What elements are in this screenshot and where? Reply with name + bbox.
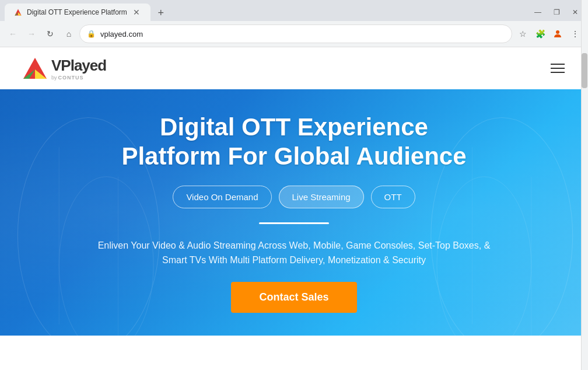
contact-sales-button[interactable]: Contact Sales bbox=[231, 282, 356, 313]
minimize-button[interactable]: — bbox=[530, 4, 546, 20]
hamburger-line-3 bbox=[551, 72, 565, 73]
back-button[interactable]: ← bbox=[5, 26, 21, 42]
url-text: vplayed.com bbox=[100, 30, 505, 39]
forward-button[interactable]: → bbox=[23, 26, 40, 42]
tab-ott[interactable]: OTT bbox=[371, 186, 415, 208]
logo-icon bbox=[23, 58, 47, 79]
tab-favicon bbox=[14, 8, 22, 16]
new-tab-button[interactable]: + bbox=[153, 5, 169, 21]
hamburger-menu-button[interactable] bbox=[551, 64, 565, 73]
toolbar: ← → ↻ ⌂ 🔒 vplayed.com ☆ 🧩 bbox=[0, 21, 588, 47]
chrome-menu-icon: ⋮ bbox=[571, 29, 579, 39]
forward-icon: → bbox=[27, 29, 36, 39]
bookmark-button[interactable]: ☆ bbox=[514, 26, 531, 42]
profile-icon bbox=[552, 29, 563, 39]
hero-section: Digital OTT Experience Platform For Glob… bbox=[0, 89, 588, 336]
page-content: VPlayed by CONTUS bbox=[0, 47, 588, 336]
hero-description: Enliven Your Video & Audio Streaming Acr… bbox=[96, 238, 492, 268]
scrollbar[interactable] bbox=[581, 0, 588, 370]
profile-button[interactable] bbox=[550, 26, 566, 42]
tab-live-streaming[interactable]: Live Streaming bbox=[279, 186, 364, 208]
tab-area: Digital OTT Experience Platform ✕ + bbox=[5, 4, 530, 21]
bookmark-icon: ☆ bbox=[519, 29, 527, 39]
logo-area: VPlayed by CONTUS bbox=[23, 57, 106, 81]
title-bar: Digital OTT Experience Platform ✕ + — ❐ … bbox=[0, 0, 588, 21]
logo-contus: CONTUS bbox=[58, 75, 84, 81]
extensions-button[interactable]: 🧩 bbox=[532, 26, 548, 42]
logo-vplayed-text: VPlayed bbox=[51, 57, 106, 75]
active-tab[interactable]: Digital OTT Experience Platform ✕ bbox=[5, 4, 150, 21]
home-icon: ⌂ bbox=[66, 29, 71, 39]
hero-title: Digital OTT Experience Platform For Glob… bbox=[121, 113, 466, 172]
window-controls: — ❐ ✕ bbox=[530, 4, 583, 20]
logo-text: VPlayed by CONTUS bbox=[51, 57, 106, 81]
lock-icon: 🔒 bbox=[87, 30, 96, 38]
hamburger-line-2 bbox=[551, 68, 565, 69]
tab-close-button[interactable]: ✕ bbox=[132, 8, 141, 17]
tab-title: Digital OTT Experience Platform bbox=[27, 8, 127, 16]
maximize-button[interactable]: ❐ bbox=[548, 4, 565, 20]
logo-by: by bbox=[51, 75, 57, 81]
hero-tabs: Video On Demand Live Streaming OTT bbox=[173, 186, 415, 208]
svg-point-3 bbox=[556, 30, 559, 34]
site-navbar: VPlayed by CONTUS bbox=[0, 47, 588, 89]
refresh-icon: ↻ bbox=[47, 29, 54, 39]
refresh-button[interactable]: ↻ bbox=[42, 26, 58, 42]
scrollbar-thumb[interactable] bbox=[582, 53, 587, 88]
home-button[interactable]: ⌂ bbox=[61, 26, 77, 42]
toolbar-actions: ☆ 🧩 ⋮ bbox=[514, 26, 583, 42]
hamburger-line-1 bbox=[551, 64, 565, 65]
extensions-icon: 🧩 bbox=[536, 29, 545, 39]
tab-video-on-demand[interactable]: Video On Demand bbox=[173, 186, 271, 208]
back-icon: ← bbox=[9, 29, 17, 39]
address-bar[interactable]: 🔒 vplayed.com bbox=[79, 25, 512, 43]
hero-content: Digital OTT Experience Platform For Glob… bbox=[96, 113, 492, 313]
browser-chrome: Digital OTT Experience Platform ✕ + — ❐ … bbox=[0, 0, 588, 47]
hero-tab-underline bbox=[259, 222, 329, 224]
